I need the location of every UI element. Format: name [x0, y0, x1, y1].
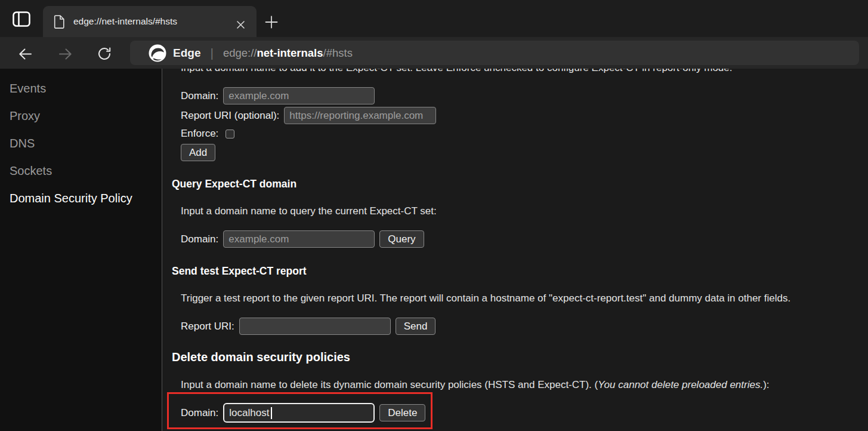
reload-button[interactable] [94, 45, 115, 63]
tab-layout-icon [13, 11, 30, 27]
send-section-heading: Send test Expect-CT report [172, 265, 307, 278]
tab-bar: edge://net-internals/#hsts [0, 0, 868, 37]
sidebar-item-events[interactable]: Events [0, 75, 162, 102]
tab-title: edge://net-internals/#hsts [73, 16, 223, 27]
query-domain-row: Domain: Query [181, 230, 424, 248]
navigation-bar: Edge | edge://net-internals/#hsts [0, 37, 868, 69]
tab-actions-menu-button[interactable] [8, 8, 35, 30]
delete-domain-label: Domain: [181, 407, 218, 419]
enforce-checkbox[interactable] [226, 130, 234, 138]
new-tab-button[interactable] [261, 12, 282, 32]
tab-close-button[interactable] [233, 17, 248, 32]
send-button[interactable]: Send [396, 318, 436, 335]
add-button[interactable]: Add [181, 144, 215, 161]
enforce-row: Enforce: [181, 128, 234, 140]
page-content: Input a domain name to add it to the Exp… [162, 37, 868, 431]
add-domain-input[interactable] [223, 87, 375, 104]
sidebar-item-domain-security-policy[interactable]: Domain Security Policy [0, 184, 162, 212]
delete-button[interactable]: Delete [379, 404, 425, 421]
send-section-description: Trigger a test report to the given repor… [181, 293, 790, 304]
delete-description-post: ): [763, 379, 769, 390]
query-section-description: Input a domain name to query the current… [181, 205, 437, 217]
url-scheme: edge:// [223, 47, 257, 59]
delete-domain-input[interactable] [223, 403, 375, 423]
sidebar: Events Proxy DNS Sockets Domain Security… [0, 69, 162, 431]
browser-tab[interactable]: edge://net-internals/#hsts [43, 6, 257, 37]
url-host: net-internals [257, 47, 323, 59]
add-report-uri-label: Report URI (optional): [181, 110, 279, 122]
address-bar[interactable]: Edge | edge://net-internals/#hsts [130, 41, 859, 65]
forward-arrow-icon [57, 46, 73, 62]
add-report-uri-input[interactable] [284, 107, 436, 124]
browser-window: Input a domain name to add it to the Exp… [0, 0, 868, 431]
text-caret [271, 407, 272, 419]
query-button[interactable]: Query [379, 230, 424, 248]
delete-description-italic: You cannot delete preloaded entries. [598, 379, 763, 390]
delete-description-pre: Input a domain name to delete its dynami… [181, 379, 598, 390]
forward-button[interactable] [55, 45, 75, 63]
add-domain-label: Domain: [181, 90, 218, 102]
sidebar-item-sockets[interactable]: Sockets [0, 157, 162, 184]
address-separator: | [210, 46, 213, 60]
delete-domain-input-wrap [223, 403, 375, 423]
close-icon [237, 21, 245, 29]
query-domain-input[interactable] [223, 230, 375, 248]
query-domain-label: Domain: [181, 233, 218, 245]
url-path: /#hsts [323, 47, 353, 59]
delete-section-description: Input a domain name to delete its dynami… [181, 379, 770, 391]
url-text: edge://net-internals/#hsts [223, 47, 353, 60]
sidebar-item-dns[interactable]: DNS [0, 130, 162, 157]
send-report-uri-label: Report URI: [181, 321, 234, 333]
delete-section-heading: Delete domain security policies [172, 350, 350, 364]
enforce-label: Enforce: [181, 128, 218, 140]
query-section-heading: Query Expect-CT domain [172, 178, 296, 190]
delete-domain-row: Domain: Delete [181, 403, 425, 423]
add-report-uri-row: Report URI (optional): [181, 107, 436, 124]
back-button[interactable] [15, 45, 35, 63]
page-favicon-icon [54, 15, 65, 29]
add-button-row: Add [181, 144, 215, 161]
back-arrow-icon [17, 46, 33, 62]
plus-icon [265, 16, 278, 29]
add-domain-row: Domain: [181, 87, 375, 104]
send-report-uri-row: Report URI: Send [181, 318, 435, 335]
reload-icon [96, 45, 113, 62]
sidebar-item-proxy[interactable]: Proxy [0, 102, 162, 130]
send-report-uri-input[interactable] [239, 318, 391, 335]
edge-logo-icon [148, 44, 167, 63]
edge-brand-label: Edge [173, 47, 200, 60]
